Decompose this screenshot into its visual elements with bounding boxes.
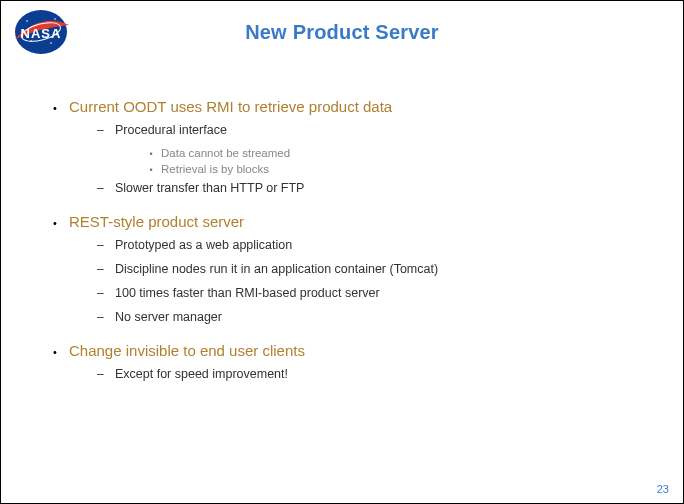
tiny-bullet-icon: • [141, 165, 161, 175]
bullet-icon: • [41, 102, 69, 114]
bullet-icon: • [41, 217, 69, 229]
subsub-bullet-text: Data cannot be streamed [161, 147, 290, 159]
dash-icon: – [97, 367, 115, 381]
svg-text:NASA: NASA [21, 26, 62, 41]
dash-icon: – [97, 181, 115, 195]
sub-bullet-item: – 100 times faster than RMI-based produc… [97, 286, 643, 300]
sub-bullet-item: – Prototyped as a web application [97, 238, 643, 252]
sub-bullet-item: – No server manager [97, 310, 643, 324]
bullet-item: • Current OODT uses RMI to retrieve prod… [41, 98, 643, 195]
sub-bullet-text: Slower transfer than HTTP or FTP [115, 181, 304, 195]
sub-bullet-item: – Discipline nodes run it in an applicat… [97, 262, 643, 276]
slide-content: • Current OODT uses RMI to retrieve prod… [1, 44, 683, 381]
dash-icon: – [97, 262, 115, 276]
sub-bullet-text: Prototyped as a web application [115, 238, 292, 252]
svg-point-3 [26, 20, 28, 22]
sub-bullet-text: Procedural interface [115, 123, 227, 137]
sub-bullet-item: – Except for speed improvement! [97, 367, 643, 381]
bullet-item: • Change invisible to end user clients –… [41, 342, 643, 381]
dash-icon: – [97, 310, 115, 324]
subsub-bullet-item: • Data cannot be streamed [141, 147, 643, 159]
sub-bullet-text: Discipline nodes run it in an applicatio… [115, 262, 438, 276]
page-number: 23 [657, 483, 669, 495]
bullet-text: Change invisible to end user clients [69, 342, 305, 359]
svg-point-5 [50, 42, 52, 44]
nasa-logo-icon: NASA [11, 7, 71, 57]
sub-bullet-text: Except for speed improvement! [115, 367, 288, 381]
sub-bullet-text: No server manager [115, 310, 222, 324]
sub-bullet-item: – Procedural interface [97, 123, 643, 137]
svg-point-4 [54, 18, 56, 20]
bullet-item: • REST-style product server – Prototyped… [41, 213, 643, 324]
dash-icon: – [97, 123, 115, 137]
slide-title: New Product Server [1, 1, 683, 44]
tiny-bullet-icon: • [141, 149, 161, 159]
sub-bullet-text: 100 times faster than RMI-based product … [115, 286, 380, 300]
dash-icon: – [97, 286, 115, 300]
subsub-bullet-item: • Retrieval is by blocks [141, 163, 643, 175]
svg-point-6 [30, 40, 32, 42]
dash-icon: – [97, 238, 115, 252]
bullet-icon: • [41, 346, 69, 358]
bullet-text: Current OODT uses RMI to retrieve produc… [69, 98, 392, 115]
subsub-bullet-text: Retrieval is by blocks [161, 163, 269, 175]
sub-bullet-item: – Slower transfer than HTTP or FTP [97, 181, 643, 195]
bullet-text: REST-style product server [69, 213, 244, 230]
